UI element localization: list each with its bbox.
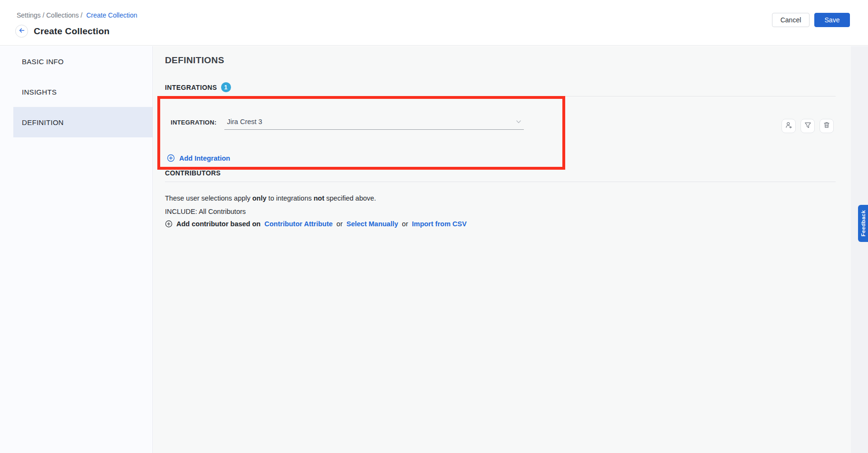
contributor-attribute-link[interactable]: Contributor Attribute xyxy=(264,220,333,228)
trash-icon xyxy=(823,121,830,131)
exclude-user-icon xyxy=(785,121,793,131)
title-row: Create Collection xyxy=(15,25,110,38)
save-button[interactable]: Save xyxy=(814,13,850,27)
integration-select[interactable]: Jira Crest 3 xyxy=(224,117,524,130)
filter-button[interactable] xyxy=(800,119,815,133)
note-pre: These user selections apply xyxy=(165,194,252,202)
right-gutter xyxy=(851,46,868,453)
integration-row-actions xyxy=(781,119,834,133)
note-only: only xyxy=(252,194,267,202)
chevron-down-icon xyxy=(515,118,522,125)
plus-circle-icon xyxy=(165,220,173,228)
integrations-divider xyxy=(165,96,836,96)
select-manually-link[interactable]: Select Manually xyxy=(347,220,398,228)
page-header: Settings / Collections / Create Collecti… xyxy=(0,0,868,46)
definition-panel: DEFINITIONS INTEGRATIONS 1 INTEGRATION: … xyxy=(154,46,851,453)
back-arrow-icon xyxy=(19,27,25,36)
integration-select-value: Jira Crest 3 xyxy=(227,118,262,125)
contributors-note: These user selections apply only to inte… xyxy=(165,194,376,202)
add-contributor-prefix: Add contributor based on xyxy=(176,220,260,228)
sidebar-item-basic-info[interactable]: BASIC INFO xyxy=(13,46,153,77)
or-text: or xyxy=(402,220,408,228)
exclude-user-button[interactable] xyxy=(781,119,796,133)
delete-button[interactable] xyxy=(820,119,834,133)
or-text: or xyxy=(337,220,343,228)
integrations-heading-row: INTEGRATIONS 1 xyxy=(165,82,231,92)
plus-circle-icon xyxy=(167,154,175,162)
feedback-tab[interactable]: Feedback xyxy=(858,205,868,242)
sidebar-item-insights[interactable]: INSIGHTS xyxy=(13,77,153,107)
add-integration-label: Add Integration xyxy=(179,154,230,162)
integrations-heading: INTEGRATIONS xyxy=(165,84,217,91)
breadcrumb-current[interactable]: Create Collection xyxy=(86,11,137,19)
page-title: Create Collection xyxy=(34,26,110,37)
import-from-csv-link[interactable]: Import from CSV xyxy=(412,220,466,228)
note-post: specified above. xyxy=(324,194,376,202)
note-not: not xyxy=(314,194,325,202)
breadcrumb: Settings / Collections / Create Collecti… xyxy=(17,11,137,19)
integrations-count-badge: 1 xyxy=(221,82,231,92)
note-mid: to integrations xyxy=(267,194,314,202)
cancel-button[interactable]: Cancel xyxy=(772,13,810,27)
include-line: INCLUDE: All Contributors xyxy=(165,208,246,215)
breadcrumb-path[interactable]: Settings / Collections / xyxy=(17,11,83,19)
sidebar-item-definition[interactable]: DEFINITION xyxy=(13,107,153,137)
integration-row: INTEGRATION: Jira Crest 3 xyxy=(171,117,524,130)
create-collection-page: Settings / Collections / Create Collecti… xyxy=(0,0,868,453)
feedback-tab-label: Feedback xyxy=(860,210,866,236)
integration-label: INTEGRATION: xyxy=(171,119,217,126)
settings-sidebar: BASIC INFO INSIGHTS DEFINITION xyxy=(0,46,153,453)
add-integration-link[interactable]: Add Integration xyxy=(167,154,230,162)
filter-icon xyxy=(804,121,812,131)
add-contributor-row: Add contributor based on Contributor Att… xyxy=(165,220,467,228)
section-title: DEFINITIONS xyxy=(165,55,224,66)
contributors-divider xyxy=(165,182,836,182)
back-button[interactable] xyxy=(15,25,28,38)
contributors-heading: CONTRIBUTORS xyxy=(165,169,221,177)
